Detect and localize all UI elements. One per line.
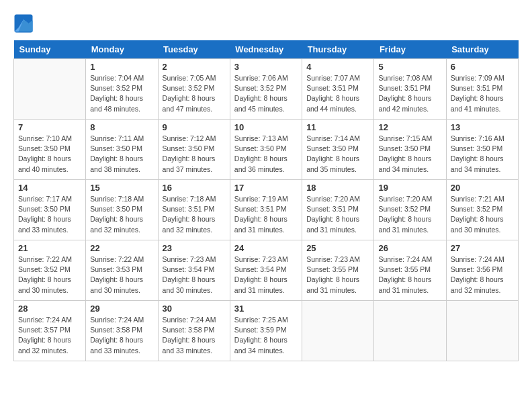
day-info: Sunrise: 7:20 AM Sunset: 3:51 PM Dayligh… bbox=[306, 194, 369, 235]
calendar-header-saturday: Saturday bbox=[446, 40, 518, 59]
day-number: 11 bbox=[306, 122, 369, 132]
calendar-cell: 16Sunrise: 7:18 AM Sunset: 3:51 PM Dayli… bbox=[158, 180, 230, 240]
calendar-week-row: 1Sunrise: 7:04 AM Sunset: 3:52 PM Daylig… bbox=[14, 59, 519, 120]
day-info: Sunrise: 7:24 AM Sunset: 3:55 PM Dayligh… bbox=[378, 255, 441, 295]
day-number: 26 bbox=[378, 243, 441, 253]
calendar-cell: 12Sunrise: 7:15 AM Sunset: 3:50 PM Dayli… bbox=[374, 120, 446, 180]
day-info: Sunrise: 7:06 AM Sunset: 3:52 PM Dayligh… bbox=[234, 73, 298, 114]
calendar-cell: 8Sunrise: 7:11 AM Sunset: 3:50 PM Daylig… bbox=[86, 120, 158, 180]
day-info: Sunrise: 7:16 AM Sunset: 3:50 PM Dayligh… bbox=[451, 134, 514, 175]
calendar-cell: 30Sunrise: 7:24 AM Sunset: 3:58 PM Dayli… bbox=[158, 301, 230, 361]
calendar-header-monday: Monday bbox=[86, 40, 158, 59]
day-number: 29 bbox=[90, 304, 153, 314]
calendar-cell: 29Sunrise: 7:24 AM Sunset: 3:58 PM Dayli… bbox=[86, 301, 158, 361]
calendar-header-friday: Friday bbox=[374, 40, 446, 59]
day-info: Sunrise: 7:05 AM Sunset: 3:52 PM Dayligh… bbox=[163, 73, 226, 114]
calendar-week-row: 7Sunrise: 7:10 AM Sunset: 3:50 PM Daylig… bbox=[14, 120, 519, 180]
calendar-cell: 15Sunrise: 7:18 AM Sunset: 3:50 PM Dayli… bbox=[86, 180, 158, 240]
day-number: 22 bbox=[90, 243, 153, 253]
calendar-cell: 9Sunrise: 7:12 AM Sunset: 3:50 PM Daylig… bbox=[158, 120, 230, 180]
calendar-cell: 26Sunrise: 7:24 AM Sunset: 3:55 PM Dayli… bbox=[374, 240, 446, 301]
day-number: 7 bbox=[18, 122, 81, 132]
calendar-cell: 1Sunrise: 7:04 AM Sunset: 3:52 PM Daylig… bbox=[86, 59, 158, 120]
day-number: 20 bbox=[451, 183, 514, 193]
day-number: 28 bbox=[18, 304, 81, 314]
day-info: Sunrise: 7:20 AM Sunset: 3:52 PM Dayligh… bbox=[378, 194, 441, 235]
calendar-cell: 27Sunrise: 7:24 AM Sunset: 3:56 PM Dayli… bbox=[446, 240, 518, 301]
calendar-cell bbox=[374, 301, 446, 361]
day-number: 23 bbox=[163, 243, 226, 253]
day-number: 13 bbox=[451, 122, 514, 132]
day-number: 31 bbox=[234, 304, 298, 314]
day-number: 9 bbox=[163, 122, 226, 132]
day-info: Sunrise: 7:11 AM Sunset: 3:50 PM Dayligh… bbox=[90, 134, 153, 175]
calendar-cell: 2Sunrise: 7:05 AM Sunset: 3:52 PM Daylig… bbox=[158, 59, 230, 120]
calendar-header-sunday: Sunday bbox=[14, 40, 86, 59]
calendar-cell: 7Sunrise: 7:10 AM Sunset: 3:50 PM Daylig… bbox=[14, 120, 86, 180]
calendar-week-row: 28Sunrise: 7:24 AM Sunset: 3:57 PM Dayli… bbox=[14, 301, 519, 361]
day-info: Sunrise: 7:24 AM Sunset: 3:57 PM Dayligh… bbox=[18, 315, 81, 356]
calendar-cell: 6Sunrise: 7:09 AM Sunset: 3:51 PM Daylig… bbox=[446, 59, 518, 120]
calendar-cell: 4Sunrise: 7:07 AM Sunset: 3:51 PM Daylig… bbox=[302, 59, 374, 120]
calendar-cell: 25Sunrise: 7:23 AM Sunset: 3:55 PM Dayli… bbox=[302, 240, 374, 301]
calendar-cell: 10Sunrise: 7:13 AM Sunset: 3:50 PM Dayli… bbox=[230, 120, 302, 180]
day-number: 24 bbox=[234, 243, 298, 253]
calendar-cell: 5Sunrise: 7:08 AM Sunset: 3:51 PM Daylig… bbox=[374, 59, 446, 120]
calendar-cell: 24Sunrise: 7:23 AM Sunset: 3:54 PM Dayli… bbox=[230, 240, 302, 301]
day-info: Sunrise: 7:17 AM Sunset: 3:50 PM Dayligh… bbox=[18, 194, 81, 235]
calendar-header-thursday: Thursday bbox=[302, 40, 374, 59]
day-info: Sunrise: 7:23 AM Sunset: 3:55 PM Dayligh… bbox=[306, 255, 369, 295]
calendar-cell: 11Sunrise: 7:14 AM Sunset: 3:50 PM Dayli… bbox=[302, 120, 374, 180]
day-number: 21 bbox=[18, 243, 81, 253]
day-info: Sunrise: 7:21 AM Sunset: 3:52 PM Dayligh… bbox=[451, 194, 514, 235]
calendar-cell: 3Sunrise: 7:06 AM Sunset: 3:52 PM Daylig… bbox=[230, 59, 302, 120]
day-number: 17 bbox=[234, 183, 298, 193]
day-info: Sunrise: 7:24 AM Sunset: 3:58 PM Dayligh… bbox=[163, 315, 226, 356]
calendar-cell: 21Sunrise: 7:22 AM Sunset: 3:52 PM Dayli… bbox=[14, 240, 86, 301]
calendar-cell: 31Sunrise: 7:25 AM Sunset: 3:59 PM Dayli… bbox=[230, 301, 302, 361]
day-info: Sunrise: 7:24 AM Sunset: 3:58 PM Dayligh… bbox=[90, 315, 153, 356]
calendar-cell: 20Sunrise: 7:21 AM Sunset: 3:52 PM Dayli… bbox=[446, 180, 518, 240]
day-number: 5 bbox=[378, 62, 441, 72]
calendar-header-wednesday: Wednesday bbox=[230, 40, 302, 59]
day-number: 12 bbox=[378, 122, 441, 132]
day-info: Sunrise: 7:12 AM Sunset: 3:50 PM Dayligh… bbox=[163, 134, 226, 175]
header bbox=[13, 13, 519, 34]
day-info: Sunrise: 7:22 AM Sunset: 3:52 PM Dayligh… bbox=[18, 255, 81, 295]
day-info: Sunrise: 7:23 AM Sunset: 3:54 PM Dayligh… bbox=[234, 255, 298, 295]
day-info: Sunrise: 7:18 AM Sunset: 3:50 PM Dayligh… bbox=[90, 194, 153, 235]
day-number: 19 bbox=[378, 183, 441, 193]
calendar-cell bbox=[446, 301, 518, 361]
day-info: Sunrise: 7:23 AM Sunset: 3:54 PM Dayligh… bbox=[163, 255, 226, 295]
calendar-cell: 19Sunrise: 7:20 AM Sunset: 3:52 PM Dayli… bbox=[374, 180, 446, 240]
day-number: 18 bbox=[306, 183, 369, 193]
calendar-week-row: 14Sunrise: 7:17 AM Sunset: 3:50 PM Dayli… bbox=[14, 180, 519, 240]
day-number: 1 bbox=[90, 62, 153, 72]
calendar-week-row: 21Sunrise: 7:22 AM Sunset: 3:52 PM Dayli… bbox=[14, 240, 519, 301]
calendar-cell bbox=[14, 59, 86, 120]
day-info: Sunrise: 7:04 AM Sunset: 3:52 PM Dayligh… bbox=[90, 73, 153, 114]
day-info: Sunrise: 7:18 AM Sunset: 3:51 PM Dayligh… bbox=[163, 194, 226, 235]
day-info: Sunrise: 7:24 AM Sunset: 3:56 PM Dayligh… bbox=[451, 255, 514, 295]
calendar-cell: 18Sunrise: 7:20 AM Sunset: 3:51 PM Dayli… bbox=[302, 180, 374, 240]
day-info: Sunrise: 7:25 AM Sunset: 3:59 PM Dayligh… bbox=[234, 315, 298, 356]
calendar-cell: 14Sunrise: 7:17 AM Sunset: 3:50 PM Dayli… bbox=[14, 180, 86, 240]
calendar-cell: 13Sunrise: 7:16 AM Sunset: 3:50 PM Dayli… bbox=[446, 120, 518, 180]
day-number: 27 bbox=[451, 243, 514, 253]
calendar-cell: 28Sunrise: 7:24 AM Sunset: 3:57 PM Dayli… bbox=[14, 301, 86, 361]
day-info: Sunrise: 7:15 AM Sunset: 3:50 PM Dayligh… bbox=[378, 134, 441, 175]
day-number: 14 bbox=[18, 183, 81, 193]
day-info: Sunrise: 7:14 AM Sunset: 3:50 PM Dayligh… bbox=[306, 134, 369, 175]
calendar-cell: 23Sunrise: 7:23 AM Sunset: 3:54 PM Dayli… bbox=[158, 240, 230, 301]
day-number: 15 bbox=[90, 183, 153, 193]
day-info: Sunrise: 7:07 AM Sunset: 3:51 PM Dayligh… bbox=[306, 73, 369, 114]
day-number: 2 bbox=[163, 62, 226, 72]
day-number: 6 bbox=[451, 62, 514, 72]
calendar-header-row: SundayMondayTuesdayWednesdayThursdayFrid… bbox=[14, 40, 519, 59]
day-number: 4 bbox=[306, 62, 369, 72]
day-info: Sunrise: 7:22 AM Sunset: 3:53 PM Dayligh… bbox=[90, 255, 153, 295]
day-info: Sunrise: 7:09 AM Sunset: 3:51 PM Dayligh… bbox=[451, 73, 514, 114]
day-number: 25 bbox=[306, 243, 369, 253]
day-number: 10 bbox=[234, 122, 298, 132]
calendar-header-tuesday: Tuesday bbox=[158, 40, 230, 59]
